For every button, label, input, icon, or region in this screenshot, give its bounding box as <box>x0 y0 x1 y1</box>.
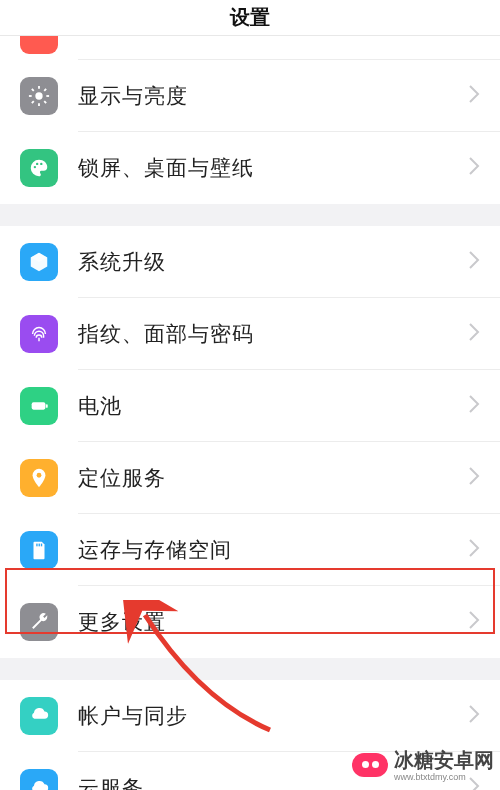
wrench-icon <box>20 603 58 641</box>
row-storage[interactable]: 运存与存储空间 <box>0 514 500 586</box>
row-label: 指纹、面部与密码 <box>78 320 468 348</box>
row-label: 电池 <box>78 392 468 420</box>
row-location[interactable]: 定位服务 <box>0 442 500 514</box>
chevron-right-icon <box>468 84 480 108</box>
chevron-right-icon <box>468 538 480 562</box>
row-battery[interactable]: 电池 <box>0 370 500 442</box>
location-pin-icon <box>20 459 58 497</box>
settings-group-1: . 显示与亮度 锁屏、桌面与壁纸 <box>0 36 500 204</box>
page-title: 设置 <box>230 4 270 31</box>
row-label: 云服务 <box>78 774 468 790</box>
chevron-right-icon <box>468 156 480 180</box>
row-wallpaper[interactable]: 锁屏、桌面与壁纸 <box>0 132 500 204</box>
row-label: 显示与亮度 <box>78 82 468 110</box>
chevron-right-icon <box>468 610 480 634</box>
row-cloud-service[interactable]: 云服务 <box>0 752 500 790</box>
chevron-right-icon <box>468 466 480 490</box>
fingerprint-icon <box>20 315 58 353</box>
svg-rect-13 <box>46 404 48 408</box>
svg-point-11 <box>40 163 42 165</box>
sound-icon <box>20 36 58 54</box>
page-header: 设置 <box>0 0 500 36</box>
chevron-right-icon <box>468 322 480 346</box>
sd-card-icon <box>20 531 58 569</box>
cloud-icon <box>20 769 58 790</box>
chevron-right-icon <box>468 776 480 790</box>
row-account-sync[interactable]: 帐户与同步 <box>0 680 500 752</box>
row-label: 运存与存储空间 <box>78 536 468 564</box>
svg-point-9 <box>34 166 36 168</box>
chevron-right-icon <box>468 704 480 728</box>
svg-rect-12 <box>32 402 46 409</box>
row-sound[interactable]: . <box>0 36 500 60</box>
svg-line-8 <box>44 89 46 91</box>
row-label: 系统升级 <box>78 248 468 276</box>
row-label: 定位服务 <box>78 464 468 492</box>
svg-line-5 <box>32 89 34 91</box>
row-label: 锁屏、桌面与壁纸 <box>78 154 468 182</box>
svg-line-6 <box>44 101 46 103</box>
svg-rect-15 <box>36 544 37 547</box>
row-more-settings[interactable]: 更多设置 <box>0 586 500 658</box>
svg-line-7 <box>32 101 34 103</box>
settings-group-3: 帐户与同步 云服务 <box>0 680 500 790</box>
svg-point-10 <box>36 163 38 165</box>
row-system-update[interactable]: 系统升级 <box>0 226 500 298</box>
svg-point-0 <box>35 92 42 99</box>
row-label: 帐户与同步 <box>78 702 468 730</box>
chevron-right-icon <box>468 394 480 418</box>
row-biometrics[interactable]: 指纹、面部与密码 <box>0 298 500 370</box>
row-label: 更多设置 <box>78 608 468 636</box>
settings-group-2: 系统升级 指纹、面部与密码 电池 定位服务 运存与存储空间 <box>0 226 500 658</box>
brightness-icon <box>20 77 58 115</box>
cube-icon <box>20 243 58 281</box>
svg-rect-16 <box>39 544 40 547</box>
svg-rect-17 <box>41 544 42 547</box>
palette-icon <box>20 149 58 187</box>
battery-icon <box>20 387 58 425</box>
svg-point-14 <box>37 473 42 478</box>
cloud-sync-icon <box>20 697 58 735</box>
row-display[interactable]: 显示与亮度 <box>0 60 500 132</box>
chevron-right-icon <box>468 250 480 274</box>
